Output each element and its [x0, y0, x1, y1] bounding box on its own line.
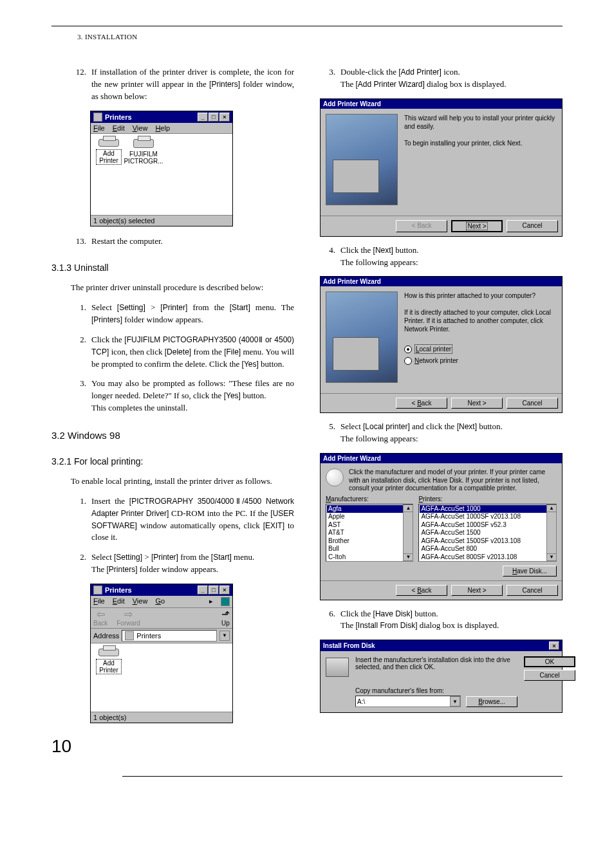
dialog-title: Install From Disk	[323, 642, 375, 649]
up-button[interactable]: ⬏Up	[221, 609, 230, 627]
printers-icon	[93, 113, 102, 122]
add-printer-wizard-2: Add Printer Wizard How is this printer a…	[320, 276, 563, 413]
step-text: Select [Setting] > [Printer] from the [S…	[91, 302, 294, 326]
back-button[interactable]: < Back	[396, 585, 447, 596]
list-item[interactable]: AGFA-AccuSet 800	[420, 545, 555, 553]
close-button[interactable]: ×	[549, 642, 559, 650]
drive-combo[interactable]: A:\▼	[355, 696, 461, 707]
step-number: 5.	[320, 421, 340, 445]
radio-dot-icon	[404, 346, 412, 353]
dialog-title: Add Printer Wizard	[321, 277, 562, 286]
list-item[interactable]: Bull	[327, 545, 412, 553]
close-button[interactable]: ×	[219, 113, 230, 122]
printers-list[interactable]: AGFA-AccuSet 1000 AGFA-AccuSet 1000SF v2…	[418, 504, 557, 562]
printer-q-icon	[326, 468, 344, 486]
address-box[interactable]: Printers	[122, 630, 217, 642]
add-printer-wizard-1: Add Printer Wizard This wizard will help…	[320, 98, 563, 237]
cancel-button[interactable]: Cancel	[507, 398, 558, 409]
radio-local-printer[interactable]: Local printer	[404, 344, 557, 354]
wizard-instruction: Click the manufacturer and model of your…	[349, 468, 557, 493]
step-text: If installation of the printer driver is…	[91, 66, 294, 103]
list-item[interactable]: AGFA-AccuSet 1500SF v2013.108	[420, 537, 555, 546]
printers-label: Printers:	[418, 495, 557, 503]
address-dropdown[interactable]: ▼	[219, 631, 230, 641]
wizard-graphic	[326, 291, 398, 383]
list-item[interactable]: C-Itoh	[327, 553, 412, 562]
minimize-button[interactable]: _	[198, 113, 208, 122]
cancel-button[interactable]: Cancel	[507, 220, 558, 232]
list-item[interactable]: AST	[327, 521, 412, 530]
list-item[interactable]: AGFA-AccuSet 1000	[420, 505, 555, 513]
step-text: You may also be prompted as follows: "Th…	[91, 378, 294, 414]
menu-view[interactable]: View	[133, 124, 148, 132]
next-button[interactable]: Next >	[451, 585, 503, 596]
back-button[interactable]: < Back	[396, 398, 447, 409]
address-label: Address	[93, 632, 119, 640]
list-item[interactable]: Apple	[327, 513, 412, 521]
cancel-button[interactable]: Cancel	[524, 670, 575, 681]
maximize-button[interactable]: □	[209, 586, 219, 595]
next-button[interactable]: Next >	[451, 398, 503, 409]
forward-button[interactable]: ⇨Forward	[116, 609, 140, 627]
manufacturers-label: Manufacturers:	[326, 495, 413, 503]
list-item[interactable]: Agfa	[327, 505, 412, 513]
back-button[interactable]: ⇦Back	[93, 609, 107, 627]
menu-help[interactable]: Help	[155, 124, 170, 132]
status-bar: 1 object(s)	[91, 712, 232, 723]
list-item[interactable]: AGFA-AccuSet 1000SF v2013.108	[420, 513, 555, 521]
menu-file[interactable]: File	[93, 124, 105, 132]
menu-view[interactable]: View	[133, 597, 148, 606]
add-printer-icon[interactable]: Add Printer	[96, 649, 122, 674]
section-header: 3. INSTALLATION	[77, 33, 563, 41]
next-button[interactable]: Next >	[451, 220, 503, 232]
step-text: Double-click the [Add Printer] icon. The…	[340, 66, 563, 91]
add-printer-icon[interactable]: Add Printer	[96, 139, 122, 165]
list-item[interactable]: AGFA-AccuSet 1500	[420, 529, 555, 537]
menu-file[interactable]: File	[93, 597, 105, 606]
cancel-button[interactable]: Cancel	[507, 585, 558, 596]
menu-more[interactable]: ▸	[209, 597, 213, 606]
ok-button[interactable]: OK	[524, 656, 575, 667]
menu-edit[interactable]: Edit	[113, 124, 125, 132]
throbber-icon	[221, 597, 230, 606]
printers-window-98: Printers _ □ × File Edit View Go ▸ ⇦Back…	[90, 584, 233, 723]
paragraph: The printer driver uninstall procedure i…	[71, 282, 294, 294]
folder-icon	[125, 631, 134, 640]
window-title: Printers	[105, 586, 132, 594]
scrollbar[interactable]: ▲▼	[403, 504, 413, 561]
dropdown-icon[interactable]: ▼	[450, 696, 460, 706]
list-item[interactable]: AGFA-AccuSet 1000SF v52.3	[420, 521, 555, 530]
have-disk-button[interactable]: Have Disk...	[503, 566, 557, 577]
minimize-button[interactable]: _	[198, 586, 208, 595]
scrollbar[interactable]: ▲▼	[546, 504, 556, 561]
add-printer-wizard-3: Add Printer Wizard Click the manufacture…	[320, 453, 563, 600]
step-text: Select [Local printer] and click the [Ne…	[340, 421, 563, 445]
wizard-hint: If it is directly attached to your compu…	[404, 308, 557, 333]
step-number: 12.	[71, 66, 91, 103]
copy-from-label: Copy manufacturer's files from:	[355, 687, 517, 694]
status-bar: 1 object(s) selected	[91, 215, 232, 226]
step-number: 3.	[71, 378, 91, 414]
menu-go[interactable]: Go	[155, 597, 165, 606]
maximize-button[interactable]: □	[209, 113, 219, 122]
fujifilm-printer-icon[interactable]: FUJIFILM PICTROGR...	[131, 139, 156, 165]
disk-icon	[326, 658, 349, 677]
printers-window: Printers _ □ × File Edit View Help Add P…	[90, 111, 233, 226]
window-title: Printers	[105, 113, 132, 121]
list-item[interactable]: AGFA-AccuSet 800SF v2013.108	[420, 553, 555, 562]
step-text: Click the [FUJIFILM PICTOGRAPHY3500 (400…	[91, 334, 294, 371]
close-button[interactable]: ×	[219, 586, 230, 595]
menu-edit[interactable]: Edit	[113, 597, 125, 606]
list-item[interactable]: Brother	[327, 537, 412, 546]
paragraph: To enable local printing, install the pr…	[71, 476, 294, 488]
step-number: 6.	[320, 608, 340, 633]
step-text: Click the [Have Disk] button. The [Insta…	[340, 608, 563, 633]
section-heading: 3.2.1 For local printing:	[51, 456, 294, 466]
radio-network-printer[interactable]: Network printer	[404, 356, 557, 365]
browse-button[interactable]: Browse...	[466, 696, 517, 707]
printers-icon	[93, 586, 102, 595]
step-number: 2.	[71, 551, 91, 576]
manufacturers-list[interactable]: Agfa Apple AST AT&T Brother Bull C-Itoh …	[326, 504, 413, 562]
step-number: 4.	[320, 245, 340, 269]
list-item[interactable]: AT&T	[327, 529, 412, 537]
